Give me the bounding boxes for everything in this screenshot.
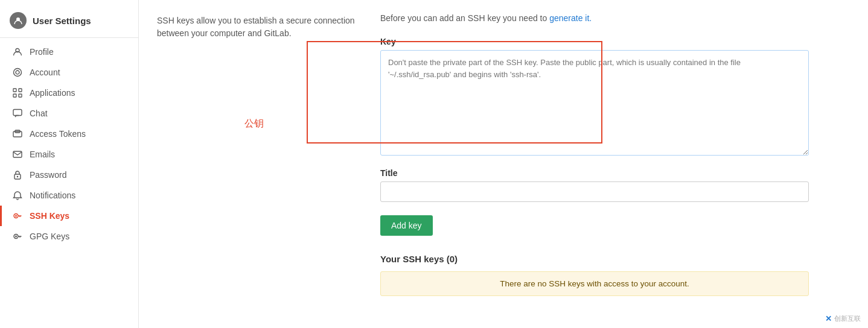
password-icon: [11, 170, 24, 180]
svg-point-2: [14, 69, 22, 77]
svg-rect-11: [13, 151, 22, 157]
gpg-key-icon: [11, 232, 24, 241]
sidebar-item-label: Notifications: [30, 191, 75, 200]
watermark-text: 创新互联: [834, 314, 861, 323]
emails-icon: [11, 150, 24, 159]
title-input[interactable]: [380, 181, 809, 202]
sidebar-item-label: Access Tokens: [30, 129, 86, 139]
ssh-keys-count-title: Your SSH keys (0): [380, 254, 850, 264]
sidebar-item-access-tokens[interactable]: Access Tokens: [0, 124, 138, 144]
sidebar-item-ssh-keys[interactable]: SSH Keys: [0, 206, 138, 226]
account-icon: [11, 68, 24, 77]
sidebar-item-label: GPG Keys: [30, 232, 69, 241]
svg-rect-4: [13, 89, 16, 92]
sidebar-item-account[interactable]: Account: [0, 62, 138, 83]
main-content: SSH keys allow you to establish a secure…: [139, 0, 868, 328]
svg-point-17: [15, 236, 17, 238]
watermark: ✕ 创新互联: [825, 314, 861, 323]
sidebar-item-notifications[interactable]: Notifications: [0, 185, 138, 206]
add-key-button[interactable]: Add key: [380, 215, 433, 236]
sidebar-item-gpg-keys[interactable]: GPG Keys: [0, 226, 138, 247]
sidebar-item-label: Chat: [30, 109, 48, 118]
notifications-icon: [11, 191, 24, 200]
ssh-keys-section: Your SSH keys (0) There are no SSH keys …: [380, 254, 850, 296]
user-avatar-icon: [10, 12, 27, 29]
svg-rect-5: [19, 89, 22, 92]
key-form-group: Key: [380, 37, 850, 157]
sidebar-item-label: Profile: [30, 47, 54, 57]
ssh-key-icon: [11, 211, 24, 221]
sidebar-header: User Settings: [0, 6, 138, 38]
sidebar-item-label: Emails: [30, 150, 55, 159]
sidebar-item-chat[interactable]: Chat: [0, 103, 138, 124]
title-form-group: Title: [380, 168, 850, 202]
svg-rect-6: [13, 94, 16, 97]
svg-rect-7: [19, 94, 22, 97]
title-label: Title: [380, 168, 850, 178]
svg-rect-8: [13, 110, 22, 116]
svg-point-3: [16, 71, 19, 74]
sidebar-item-password[interactable]: Password: [0, 165, 138, 185]
applications-icon: [11, 88, 24, 98]
sidebar-item-label: SSH Keys: [30, 211, 69, 221]
sidebar-item-emails[interactable]: Emails: [0, 144, 138, 165]
key-textarea[interactable]: [380, 50, 809, 156]
sidebar-item-profile[interactable]: Profile: [0, 42, 138, 62]
ssh-description: SSH keys allow you to establish a secure…: [157, 14, 362, 40]
chat-icon: [11, 109, 24, 118]
sidebar-item-label: Applications: [30, 88, 75, 98]
no-keys-notice: There are no SSH keys with access to you…: [380, 271, 809, 296]
sidebar-item-label: Password: [30, 170, 66, 180]
sidebar-title: User Settings: [33, 16, 91, 26]
sidebar-item-applications[interactable]: Applications: [0, 83, 138, 103]
svg-point-13: [17, 176, 19, 178]
access-tokens-icon: [11, 129, 24, 139]
sidebar: User Settings Profile Account Applicatio…: [0, 0, 139, 328]
before-generate-text: Before you can add an SSH key you need t…: [380, 12, 850, 25]
key-label: Key: [380, 37, 850, 46]
generate-link[interactable]: generate it.: [549, 13, 592, 23]
sidebar-item-label: Account: [30, 68, 60, 77]
profile-icon: [11, 47, 24, 57]
svg-point-15: [15, 215, 17, 217]
